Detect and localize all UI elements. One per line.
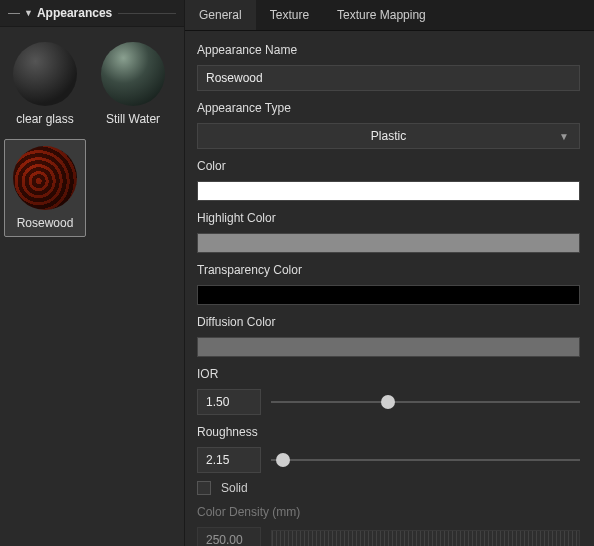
solid-label: Solid (221, 481, 248, 495)
slider-knob[interactable] (276, 453, 290, 467)
properties-panel: General Texture Texture Mapping Appearan… (185, 0, 594, 546)
transparency-color-label: Transparency Color (197, 263, 580, 277)
solid-checkbox[interactable] (197, 481, 211, 495)
slider-knob[interactable] (381, 395, 395, 409)
appearance-type-label: Appearance Type (197, 101, 580, 115)
transparency-color-well[interactable] (197, 285, 580, 305)
diffusion-color-label: Diffusion Color (197, 315, 580, 329)
tab-texture[interactable]: Texture (256, 0, 323, 30)
roughness-label: Roughness (197, 425, 580, 439)
header-divider (118, 13, 176, 14)
appearance-item-still-water[interactable]: Still Water (92, 35, 174, 133)
roughness-slider[interactable] (271, 451, 580, 469)
material-swatch-icon (13, 146, 77, 210)
dash-icon: — (8, 6, 20, 20)
appearance-list: clear glass Still Water Rosewood (0, 27, 184, 245)
slider-track (271, 401, 580, 403)
color-density-label: Color Density (mm) (197, 505, 580, 519)
appearances-header[interactable]: — ▼ Appearances (0, 0, 184, 27)
ior-slider[interactable] (271, 393, 580, 411)
color-label: Color (197, 159, 580, 173)
appearances-sidebar: — ▼ Appearances clear glass Still Water … (0, 0, 185, 546)
color-well[interactable] (197, 181, 580, 201)
highlight-color-well[interactable] (197, 233, 580, 253)
appearance-type-value: Plastic (371, 129, 406, 143)
appearance-name-label: Appearance Name (197, 43, 580, 57)
appearance-item-rosewood[interactable]: Rosewood (4, 139, 86, 237)
appearance-label: clear glass (7, 112, 83, 126)
tab-texture-mapping[interactable]: Texture Mapping (323, 0, 440, 30)
slider-track (271, 459, 580, 461)
chevron-down-icon: ▼ (559, 131, 569, 142)
ior-label: IOR (197, 367, 580, 381)
appearance-item-clear-glass[interactable]: clear glass (4, 35, 86, 133)
appearances-title: Appearances (37, 6, 112, 20)
color-density-input (197, 527, 261, 546)
appearance-label: Rosewood (7, 216, 83, 230)
collapse-icon: ▼ (24, 8, 33, 18)
roughness-input[interactable] (197, 447, 261, 473)
material-swatch-icon (13, 42, 77, 106)
general-panel: Appearance Name Appearance Type Plastic … (185, 31, 594, 546)
highlight-color-label: Highlight Color (197, 211, 580, 225)
appearance-type-select[interactable]: Plastic ▼ (197, 123, 580, 149)
tab-general[interactable]: General (185, 0, 256, 30)
appearance-name-input[interactable] (197, 65, 580, 91)
diffusion-color-well[interactable] (197, 337, 580, 357)
appearance-label: Still Water (95, 112, 171, 126)
tab-bar: General Texture Texture Mapping (185, 0, 594, 31)
material-swatch-icon (101, 42, 165, 106)
color-density-ruler (271, 530, 580, 546)
ior-input[interactable] (197, 389, 261, 415)
